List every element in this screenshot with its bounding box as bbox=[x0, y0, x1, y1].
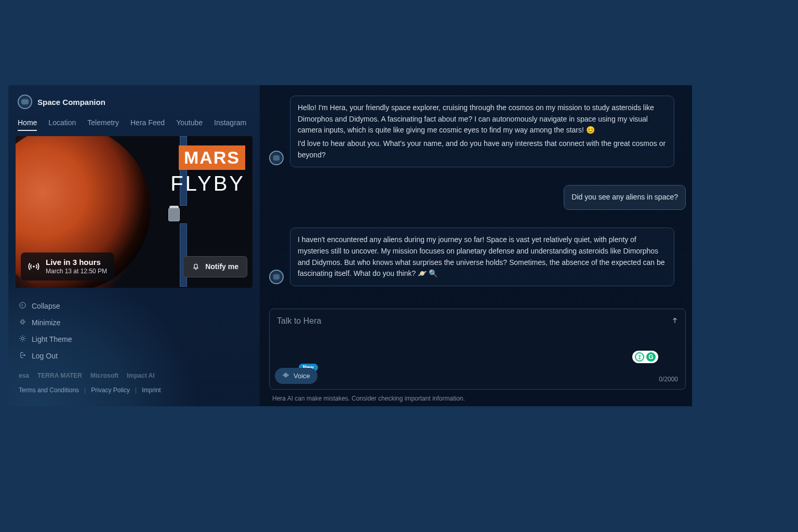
logout-button[interactable]: Log Out bbox=[19, 351, 252, 361]
chat-panel: Hello! I'm Hera, your friendly space exp… bbox=[260, 85, 692, 406]
app-logo-icon bbox=[18, 95, 32, 109]
imprint-link[interactable]: Imprint bbox=[142, 387, 161, 394]
notify-button[interactable]: Notify me bbox=[183, 256, 247, 277]
tab-location[interactable]: Location bbox=[48, 118, 76, 131]
minimize-label: Minimize bbox=[32, 318, 60, 327]
theme-button[interactable]: Light Theme bbox=[19, 335, 252, 344]
terms-link[interactable]: Terms and Conditions bbox=[19, 387, 79, 394]
minimize-button[interactable]: Minimize bbox=[19, 318, 252, 327]
chat-input[interactable] bbox=[270, 309, 685, 389]
video-hero[interactable]: MARS FLYBY Live in 3 hours March 13 at 1… bbox=[16, 136, 252, 288]
voice-waveform-icon bbox=[282, 371, 289, 380]
sun-icon bbox=[19, 335, 26, 344]
svg-point-2 bbox=[21, 337, 24, 340]
tab-youtube[interactable]: Youtube bbox=[176, 118, 203, 131]
voice-button[interactable]: Voice bbox=[275, 368, 317, 384]
video-title: MARS FLYBY bbox=[170, 145, 245, 195]
chat-messages: Hello! I'm Hera, your friendly space exp… bbox=[269, 96, 686, 299]
app-title: Space Companion bbox=[37, 98, 105, 107]
live-status: Live in 3 hours March 13 at 12:50 PM bbox=[21, 252, 114, 281]
broadcast-icon bbox=[28, 261, 39, 272]
assistant-message: Hello! I'm Hera, your friendly space exp… bbox=[290, 96, 674, 167]
live-countdown: Live in 3 hours bbox=[46, 258, 107, 268]
left-header: Space Companion bbox=[18, 95, 252, 109]
char-counter: 0/2000 bbox=[659, 376, 678, 383]
partner-logos: esaTERRA MATERMicrosoftImpact AI bbox=[16, 372, 252, 379]
bell-icon bbox=[192, 262, 200, 272]
video-title-primary: MARS bbox=[179, 145, 245, 170]
live-datetime: March 13 at 12:50 PM bbox=[46, 268, 107, 275]
left-controls: Collapse Minimize Light Theme Log Out bbox=[16, 301, 252, 361]
collapse-label: Collapse bbox=[32, 302, 60, 310]
live-row: Live in 3 hours March 13 at 12:50 PM Not… bbox=[21, 252, 247, 281]
video-title-secondary: FLYBY bbox=[170, 172, 245, 195]
grammarly-logo-icon: G bbox=[646, 352, 656, 362]
chevron-left-icon bbox=[19, 301, 26, 311]
legal-links: Terms and Conditions | Privacy Policy | … bbox=[16, 387, 252, 394]
logout-icon bbox=[19, 351, 26, 361]
message-row: Hello! I'm Hera, your friendly space exp… bbox=[269, 96, 686, 167]
tab-instagram[interactable]: Instagram bbox=[214, 118, 246, 131]
assistant-avatar bbox=[269, 151, 284, 165]
chat-input-area: New Voice 0/2000 ⟟ G bbox=[269, 309, 686, 390]
assistant-avatar bbox=[269, 270, 284, 284]
privacy-link[interactable]: Privacy Policy bbox=[91, 387, 130, 394]
collapse-button[interactable]: Collapse bbox=[19, 301, 252, 311]
spacecraft-graphic bbox=[161, 193, 187, 235]
notify-label: Notify me bbox=[205, 262, 238, 271]
grammarly-widget[interactable]: ⟟ G bbox=[632, 351, 658, 363]
svg-point-0 bbox=[33, 265, 35, 268]
partner-microsoft: Microsoft bbox=[90, 372, 118, 379]
assistant-message: I haven't encountered any aliens during … bbox=[290, 228, 674, 286]
app-frame: Space Companion HomeLocationTelemetryHer… bbox=[8, 85, 692, 406]
partner-impact-ai: Impact AI bbox=[127, 372, 155, 379]
nav-tabs: HomeLocationTelemetryHera FeedYoutubeIns… bbox=[18, 118, 250, 131]
theme-label: Light Theme bbox=[32, 335, 72, 343]
disclaimer-text: Hera AI can make mistakes. Consider chec… bbox=[272, 395, 686, 402]
tab-hera-feed[interactable]: Hera Feed bbox=[130, 118, 165, 131]
tab-telemetry[interactable]: Telemetry bbox=[87, 118, 119, 131]
voice-label: Voice bbox=[294, 372, 310, 380]
message-row: I haven't encountered any aliens during … bbox=[269, 228, 686, 286]
minimize-icon bbox=[19, 318, 26, 327]
logout-label: Log Out bbox=[32, 352, 58, 360]
send-button[interactable] bbox=[671, 316, 679, 327]
svg-point-1 bbox=[20, 302, 25, 308]
message-row: Did you see any aliens in space? bbox=[269, 185, 686, 210]
grammarly-pin-icon: ⟟ bbox=[635, 352, 644, 362]
left-panel: Space Companion HomeLocationTelemetryHer… bbox=[8, 85, 260, 406]
tab-home[interactable]: Home bbox=[18, 118, 37, 131]
user-message: Did you see any aliens in space? bbox=[564, 185, 686, 210]
partner-terra-mater: TERRA MATER bbox=[37, 372, 82, 379]
partner-esa: esa bbox=[19, 372, 29, 379]
